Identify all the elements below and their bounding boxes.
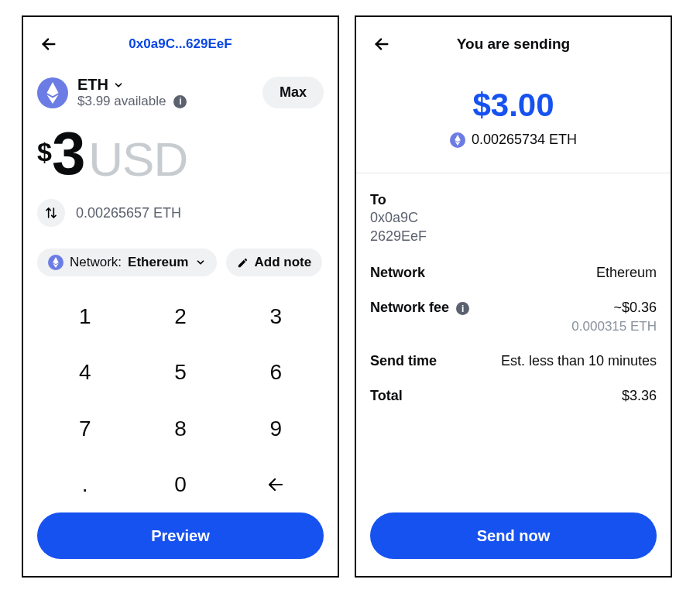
key-0[interactable]: 0 <box>132 457 228 512</box>
page-title: You are sending <box>393 36 633 53</box>
key-7[interactable]: 7 <box>37 401 132 457</box>
eth-icon <box>48 255 63 270</box>
swap-currency-button[interactable] <box>37 199 65 227</box>
fee-label: Network fee <box>370 300 449 315</box>
key-2[interactable]: 2 <box>132 289 228 344</box>
key-3[interactable]: 3 <box>228 289 324 344</box>
eth-equivalent: 0.00265657 ETH <box>76 205 181 221</box>
network-selector[interactable]: Network: Ethereum <box>37 249 217 276</box>
fee-value: ~$0.36 <box>571 300 657 316</box>
svg-marker-3 <box>53 257 59 264</box>
currency-symbol: $ <box>37 139 52 165</box>
asset-selector[interactable]: ETH <box>77 76 187 94</box>
info-icon[interactable]: i <box>456 302 469 315</box>
fee-value-crypto: 0.000315 ETH <box>571 319 657 334</box>
key-backspace[interactable] <box>228 457 324 512</box>
pencil-icon <box>237 257 249 269</box>
divider <box>356 173 671 173</box>
back-button[interactable] <box>370 33 393 56</box>
network-label: Network <box>370 265 425 281</box>
chevron-down-icon <box>195 257 206 268</box>
svg-marker-1 <box>46 82 58 96</box>
back-button[interactable] <box>37 33 60 56</box>
send-now-button[interactable]: Send now <box>370 512 657 559</box>
max-button[interactable]: Max <box>262 77 324 108</box>
add-note-button[interactable]: Add note <box>226 249 323 276</box>
key-dot[interactable]: . <box>37 457 132 512</box>
key-6[interactable]: 6 <box>228 344 324 400</box>
amount-display: $ 3 USD <box>37 123 324 183</box>
key-5[interactable]: 5 <box>132 344 228 400</box>
add-note-label: Add note <box>255 255 312 270</box>
network-value: Ethereum <box>596 265 657 281</box>
arrow-left-icon <box>40 36 57 53</box>
send-amount-screen: 0x0a9C...629EeF ETH $3.99 available i Ma… <box>22 15 339 578</box>
send-time-label: Send time <box>370 353 437 369</box>
total-value: $3.36 <box>622 388 657 404</box>
send-amount-crypto: 0.00265734 ETH <box>472 132 577 148</box>
send-time-value: Est. less than 10 minutes <box>501 353 657 369</box>
send-confirm-screen: You are sending $3.00 0.00265734 ETH To … <box>355 15 672 578</box>
to-address-line1: 0x0a9C <box>370 208 657 227</box>
keypad: 1 2 3 4 5 6 7 8 9 . 0 <box>37 289 324 512</box>
eth-icon <box>450 132 465 148</box>
key-8[interactable]: 8 <box>132 401 228 457</box>
network-name: Ethereum <box>128 255 188 270</box>
asset-symbol: ETH <box>77 76 108 94</box>
arrow-left-icon <box>266 475 285 494</box>
asset-available: $3.99 available <box>77 94 166 109</box>
send-amount: $3.00 <box>370 87 657 124</box>
key-4[interactable]: 4 <box>37 344 132 400</box>
key-9[interactable]: 9 <box>228 401 324 457</box>
recipient-address-link[interactable]: 0x0a9C...629EeF <box>129 36 232 51</box>
svg-marker-7 <box>455 135 461 142</box>
total-label: Total <box>370 388 403 404</box>
amount-currency: USD <box>88 135 187 183</box>
to-label: To <box>370 192 657 208</box>
info-icon[interactable]: i <box>173 95 187 108</box>
eth-icon <box>37 77 68 108</box>
amount-value: 3 <box>52 123 84 183</box>
preview-button[interactable]: Preview <box>37 512 324 559</box>
network-prefix: Network: <box>70 255 122 270</box>
to-address-line2: 2629EeF <box>370 227 657 245</box>
chevron-down-icon <box>113 80 124 91</box>
swap-icon <box>45 207 57 219</box>
arrow-left-icon <box>373 36 390 53</box>
key-1[interactable]: 1 <box>37 289 132 344</box>
